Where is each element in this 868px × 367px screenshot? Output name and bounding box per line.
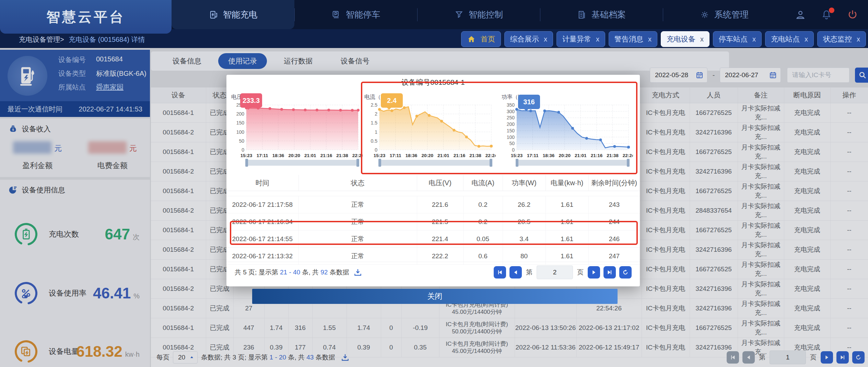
workspace-tab-2[interactable]: 综合展示x <box>504 31 553 47</box>
workspace-tab-3[interactable]: 计量异常x <box>556 31 605 47</box>
notifications-icon[interactable] <box>821 9 832 21</box>
svg-text:100: 100 <box>507 134 515 140</box>
spacer-row <box>226 191 640 196</box>
svg-text:200: 200 <box>236 111 245 117</box>
page-number-input[interactable] <box>537 265 573 279</box>
modal-pager: 第页 <box>494 265 632 279</box>
svg-text:1.5: 1.5 <box>371 120 378 126</box>
tooltip-arrow <box>386 107 392 113</box>
svg-text:18:36: 18:36 <box>543 153 555 158</box>
table-cell: 1.61 <box>546 230 588 248</box>
parking-icon <box>331 10 341 20</box>
datazoom-handle-left[interactable] <box>378 159 381 167</box>
datazoom-slider[interactable] <box>380 160 491 166</box>
logout-icon[interactable] <box>847 9 858 21</box>
close-tab-icon[interactable]: x <box>700 35 704 43</box>
svg-text:20:20: 20:20 <box>288 153 300 158</box>
datazoom-handle-left[interactable] <box>245 159 248 167</box>
close-tab-icon[interactable]: x <box>648 35 652 43</box>
close-button[interactable]: 关闭 <box>252 289 618 304</box>
column-header: 功率(W) <box>503 175 546 191</box>
svg-text:21:16: 21:16 <box>591 153 603 158</box>
table-cell: 正常 <box>298 196 417 213</box>
workspace-tabs: 首页综合展示x计量异常x警告消息x充电设备x停车站点x充电站点x状态监控x <box>461 31 866 47</box>
datazoom-handle-left[interactable] <box>516 159 518 167</box>
nav-item-4[interactable]: 基础档案 <box>540 0 663 29</box>
svg-text:22:24: 22:24 <box>352 153 363 158</box>
first-page-button[interactable] <box>494 266 506 279</box>
prev-page-button[interactable] <box>509 266 522 279</box>
modal-title: 设备编号0015684-1 <box>226 78 640 87</box>
nav-item-5[interactable]: 系统管理 <box>663 0 786 29</box>
datazoom-slider[interactable] <box>517 160 628 166</box>
table-cell: 0.05 <box>463 230 503 248</box>
datazoom-handle-right[interactable] <box>627 159 630 167</box>
last-page-button[interactable] <box>603 266 616 279</box>
column-header: 电流(A) <box>463 175 503 191</box>
workspace-tab-8[interactable]: 状态监控x <box>817 31 866 47</box>
chart-tooltip-3: 316 <box>518 95 540 109</box>
workspace-tab-label: 警告消息 <box>614 34 643 44</box>
workspace-tab-label: 首页 <box>481 34 495 44</box>
svg-text:18:36: 18:36 <box>272 153 284 158</box>
user-icon[interactable] <box>795 9 806 21</box>
svg-text:1: 1 <box>375 129 377 135</box>
close-tab-icon[interactable]: x <box>805 35 808 43</box>
table-cell: 244 <box>588 213 640 230</box>
nav-item-1[interactable]: 智能充电 <box>172 0 294 29</box>
svg-text:200: 200 <box>507 121 515 127</box>
workspace-tab-1[interactable]: 首页 <box>461 31 501 47</box>
svg-text:50: 50 <box>509 141 515 146</box>
svg-text:0: 0 <box>242 147 244 153</box>
svg-text:18:36: 18:36 <box>406 153 418 158</box>
svg-text:15:23: 15:23 <box>241 153 253 158</box>
page-suffix: 页 <box>577 268 584 277</box>
datazoom-slider[interactable] <box>247 160 357 166</box>
app-title: 智慧云平台 <box>46 8 125 26</box>
table-cell: 221.4 <box>417 230 463 248</box>
breadcrumb-current: 充电设备 (0015684) 详情 <box>69 36 145 43</box>
nav-item-2[interactable]: 智能停车 <box>294 0 417 29</box>
workspace-tab-7[interactable]: 充电站点x <box>765 31 814 47</box>
workspace-tab-label: 综合展示 <box>510 34 539 44</box>
svg-text:21:01: 21:01 <box>304 153 316 158</box>
datazoom-handle-right[interactable] <box>490 159 492 167</box>
table-cell: 1.61 <box>546 213 588 230</box>
table-cell: 243 <box>588 196 640 213</box>
table-cell: 2022-06-17 21:16:34 <box>226 213 298 230</box>
main-nav: 智能充电智能停车智能控制基础档案系统管理 <box>172 0 786 29</box>
nav-item-3[interactable]: 智能控制 <box>417 0 540 29</box>
svg-text:22:24: 22:24 <box>485 153 496 158</box>
close-tab-icon[interactable]: x <box>857 35 860 43</box>
close-tab-icon[interactable]: x <box>596 35 599 43</box>
nav-label: 智能控制 <box>469 9 503 20</box>
svg-text:15:23: 15:23 <box>374 153 386 158</box>
workspace-tab-5[interactable]: 充电设备x <box>661 31 709 47</box>
table-row[interactable]: 2022-06-17 21:16:34正常221.50.220.51.61244 <box>226 213 640 230</box>
svg-text:17:11: 17:11 <box>527 153 539 158</box>
datazoom-handle-right[interactable] <box>356 159 359 167</box>
table-row[interactable]: 2022-06-17 21:14:55正常221.40.053.41.61246 <box>226 230 640 248</box>
svg-text:21:01: 21:01 <box>575 153 587 158</box>
svg-text:0: 0 <box>375 147 377 153</box>
svg-text:350: 350 <box>507 102 515 108</box>
topbar-icons <box>779 0 865 29</box>
column-header: 状态 <box>298 175 417 191</box>
refresh-page-button[interactable] <box>619 266 632 279</box>
table-row[interactable]: 2022-06-17 21:17:58正常221.60.226.21.61243 <box>226 196 640 213</box>
workspace-tab-4[interactable]: 警告消息x <box>609 31 657 47</box>
workspace-tab-6[interactable]: 停车站点x <box>713 31 762 47</box>
next-page-button[interactable] <box>588 266 600 279</box>
svg-text:21:16: 21:16 <box>454 153 466 158</box>
page-prefix: 第 <box>526 268 532 277</box>
svg-text:20:20: 20:20 <box>559 153 571 158</box>
download-icon[interactable] <box>353 268 362 277</box>
svg-text:17:11: 17:11 <box>390 153 401 158</box>
notification-badge <box>829 8 834 13</box>
close-tab-icon[interactable]: x <box>544 35 547 43</box>
tooltip-arrow <box>246 107 251 113</box>
column-header: 剩余时间(分钟) <box>588 175 640 191</box>
svg-text:15:23: 15:23 <box>511 153 523 158</box>
close-tab-icon[interactable]: x <box>752 35 756 43</box>
modal-charts: 电压（V）05010015020025015:2317:1118:3620:20… <box>226 85 640 174</box>
